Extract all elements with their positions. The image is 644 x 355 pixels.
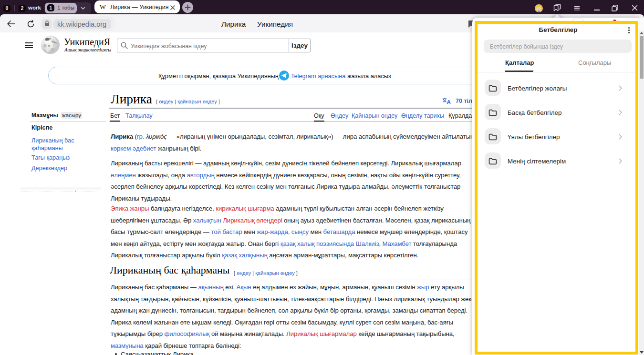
svg-text:И: И	[48, 45, 51, 48]
svg-text:W: W	[52, 41, 55, 43]
svg-text:Д: Д	[46, 40, 48, 43]
svg-text:A: A	[447, 99, 451, 104]
